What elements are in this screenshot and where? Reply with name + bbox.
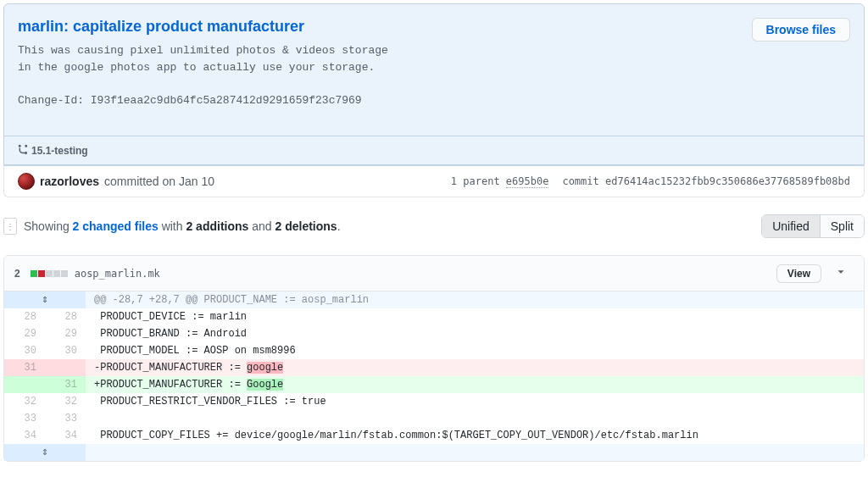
hunk-header: @@ -28,7 +28,7 @@ PRODUCT_NAME := aosp_m… xyxy=(86,291,864,308)
code-content: -PRODUCT_MANUFACTURER := google xyxy=(86,359,864,376)
line-number-old[interactable] xyxy=(4,376,45,393)
code-content: PRODUCT_COPY_FILES += device/google/marl… xyxy=(86,427,864,444)
parent-sha-link[interactable]: e695b0e xyxy=(506,175,549,188)
line-number-new[interactable]: 30 xyxy=(45,342,86,359)
diff-line: 3232 PRODUCT_RESTRICT_VENDOR_FILES := tr… xyxy=(4,393,864,410)
browse-files-button[interactable]: Browse files xyxy=(752,18,850,42)
code-content: PRODUCT_BRAND := Android xyxy=(86,325,864,342)
diff-line: 31+PRODUCT_MANUFACTURER := Google xyxy=(4,376,864,393)
line-number-old[interactable]: 31 xyxy=(4,359,45,376)
code-content: +PRODUCT_MANUFACTURER := Google xyxy=(86,376,864,393)
committed-time: committed on Jan 10 xyxy=(104,175,214,188)
view-file-button[interactable]: View xyxy=(776,264,821,283)
git-branch-icon xyxy=(18,143,28,158)
branch-name[interactable]: 15.1-testing xyxy=(31,145,88,157)
file-name[interactable]: aosp_marlin.mk xyxy=(75,268,160,280)
line-number-new[interactable]: 33 xyxy=(45,410,86,427)
diff-line: 3030 PRODUCT_MODEL := AOSP on msm8996 xyxy=(4,342,864,359)
expand-up-icon[interactable]: ⇕ xyxy=(4,291,86,308)
line-number-new[interactable]: 29 xyxy=(45,325,86,342)
chevron-down-icon[interactable] xyxy=(828,263,854,284)
toc-with: with xyxy=(162,219,183,233)
commit-title: marlin: capitalize product manufacturer xyxy=(18,18,850,36)
commit-sha-info: 1 parent e695b0e commit ed76414ac15232fb… xyxy=(451,175,850,187)
diffstat-count: 2 xyxy=(14,268,20,280)
additions-count: 2 additions xyxy=(186,219,248,233)
diffstat-add-block xyxy=(31,270,37,277)
inline-change: Google xyxy=(247,379,283,391)
commit-description: This was causing pixel unlimited photos … xyxy=(18,42,850,108)
line-number-old[interactable]: 33 xyxy=(4,410,45,427)
table-of-contents-icon[interactable]: ⋮ xyxy=(3,218,17,235)
diff-line: 3333 xyxy=(4,410,864,427)
code-content xyxy=(86,444,864,461)
changed-files-link[interactable]: 2 changed files xyxy=(73,219,159,233)
code-content xyxy=(86,410,864,427)
file-header: 2 aosp_marlin.mk View xyxy=(4,256,864,291)
toc-and: and xyxy=(252,219,271,233)
line-number-old[interactable]: 34 xyxy=(4,427,45,444)
code-content: PRODUCT_RESTRICT_VENDOR_FILES := true xyxy=(86,393,864,410)
hunk-expand-row: ⇕ xyxy=(4,444,864,461)
diff-line: 31-PRODUCT_MANUFACTURER := google xyxy=(4,359,864,376)
line-number-new[interactable] xyxy=(45,359,86,376)
diff-toc-row: ⋮ Showing 2 changed files with 2 additio… xyxy=(3,211,865,241)
commit-meta-row: razorloves committed on Jan 10 1 parent … xyxy=(3,165,865,197)
toc-showing: Showing xyxy=(24,219,70,233)
line-number-old[interactable]: 32 xyxy=(4,393,45,410)
hunk-expand-row: ⇕ @@ -28,7 +28,7 @@ PRODUCT_NAME := aosp… xyxy=(4,291,864,308)
line-number-old[interactable]: 29 xyxy=(4,325,45,342)
line-number-new[interactable]: 32 xyxy=(45,393,86,410)
diffstat-del-block xyxy=(38,270,45,277)
diffstat-neutral-block xyxy=(53,270,60,277)
author-name[interactable]: razorloves xyxy=(40,175,99,188)
deletions-count: 2 deletions xyxy=(275,219,337,233)
parents-label: 1 parent xyxy=(451,175,500,187)
commit-sha: ed76414ac15232fbb9c350686e37768589fb08bd xyxy=(605,175,850,187)
inline-change: google xyxy=(247,362,283,374)
avatar[interactable] xyxy=(18,173,35,190)
diff-line: 2929 PRODUCT_BRAND := Android xyxy=(4,325,864,342)
code-content: PRODUCT_MODEL := AOSP on msm8996 xyxy=(86,342,864,359)
diff-table: ⇕ @@ -28,7 +28,7 @@ PRODUCT_NAME := aosp… xyxy=(4,291,864,461)
branch-row: 15.1-testing xyxy=(3,136,865,165)
commit-header: marlin: capitalize product manufacturer … xyxy=(3,3,865,136)
diff-view-toggle: Unified Split xyxy=(761,214,865,238)
expand-down-icon[interactable]: ⇕ xyxy=(4,444,86,461)
line-number-new[interactable]: 34 xyxy=(45,427,86,444)
line-number-new[interactable]: 28 xyxy=(45,308,86,325)
diffstat-neutral-block xyxy=(46,270,53,277)
commit-label: commit xyxy=(562,175,598,187)
file-diff-box: 2 aosp_marlin.mk View ⇕ @@ -28,7 +28,7 @… xyxy=(3,255,865,462)
diff-line: 2828 PRODUCT_DEVICE := marlin xyxy=(4,308,864,325)
line-number-old[interactable]: 28 xyxy=(4,308,45,325)
line-number-new[interactable]: 31 xyxy=(45,376,86,393)
diffstat-blocks xyxy=(31,270,68,277)
toc-period: . xyxy=(337,219,341,233)
diffstat-neutral-block xyxy=(61,270,68,277)
diff-line: 3434 PRODUCT_COPY_FILES += device/google… xyxy=(4,427,864,444)
unified-view-button[interactable]: Unified xyxy=(762,215,820,237)
code-content: PRODUCT_DEVICE := marlin xyxy=(86,308,864,325)
split-view-button[interactable]: Split xyxy=(820,215,864,237)
line-number-old[interactable]: 30 xyxy=(4,342,45,359)
